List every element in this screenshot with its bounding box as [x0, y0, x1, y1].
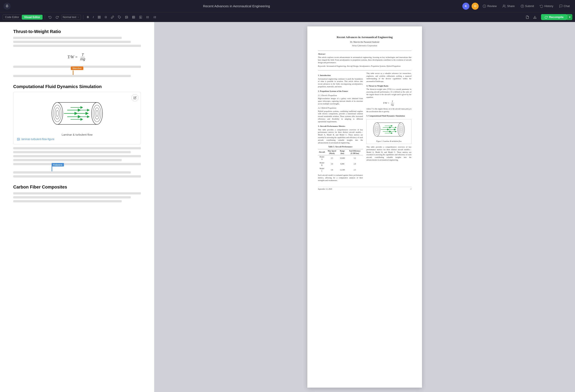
- figure-edit-button[interactable]: [131, 94, 139, 101]
- document-title: Recent Advances in Aeronautical Engineer…: [13, 4, 460, 8]
- text-line: [13, 192, 141, 195]
- bold-button[interactable]: B: [86, 15, 90, 20]
- svg-point-1: [503, 5, 504, 6]
- share-button[interactable]: Share: [501, 3, 517, 9]
- avatar-k[interactable]: K: [462, 3, 469, 10]
- svg-point-52: [400, 126, 403, 133]
- pdf-electric-head: 2.1. Electric Propulsion: [318, 94, 363, 97]
- table-row: Model A 2.5 10,000 3.2: [318, 155, 363, 161]
- text-line: [13, 45, 141, 47]
- topbar-right: K O Review Share Submit History Chat: [462, 3, 572, 10]
- special-chars-button[interactable]: [96, 15, 102, 20]
- pdf-twr-body2: where T is the engine thrust, m is the a…: [366, 108, 411, 113]
- undo-button[interactable]: [47, 15, 53, 20]
- turbine-figure: [17, 96, 137, 131]
- redo-button[interactable]: [54, 15, 60, 20]
- pdf-propulsion-head: 2. Propulsion Systems of the Future: [318, 90, 363, 93]
- svg-rect-6: [99, 17, 100, 18]
- pdf-cfd-body: This table provides a comprehensive over…: [366, 146, 411, 161]
- table-row: Model C 3.8 12,500 2.5: [318, 167, 363, 173]
- numbered-list-button[interactable]: [152, 15, 158, 20]
- table-button[interactable]: [138, 15, 144, 20]
- svg-point-53: [400, 128, 402, 131]
- kalpana-comment-tag[interactable]: Kalpana: [52, 163, 64, 167]
- text-line: [13, 37, 122, 39]
- pdf-author: Dr. Marvin the Paranoid Android: [318, 41, 411, 44]
- bullet-list-button[interactable]: [145, 15, 151, 20]
- svg-point-49: [375, 126, 378, 133]
- pdf-metrics-body2: Each aircraft model is evaluated against…: [318, 174, 363, 182]
- wernher-comment-tag[interactable]: Wernher: [71, 66, 84, 70]
- text-style-dropdown[interactable]: Normal text: [61, 15, 81, 20]
- text-line: [13, 147, 141, 149]
- text-line: [13, 196, 131, 198]
- svg-point-33: [96, 110, 98, 116]
- svg-point-17: [146, 16, 147, 16]
- svg-rect-3: [98, 16, 99, 17]
- thrust-section: Thrust-to-Weight Ratio T/W = T mg Wernhe…: [13, 29, 141, 77]
- table-row: Model B 3.0 8,000 2.8: [318, 161, 363, 167]
- pdf-equation: T/W = Tmg: [366, 100, 411, 106]
- toolbar: Code Editor Visual Editor Normal text B …: [0, 12, 575, 22]
- carbon-section: Carbon Fiber Composites: [13, 185, 141, 202]
- pdf-affiliation: Sirius Cybernetics Corporation: [318, 44, 411, 47]
- svg-point-32: [95, 108, 99, 119]
- svg-rect-4: [99, 16, 100, 17]
- omega-button[interactable]: Ω: [103, 15, 108, 20]
- pdf-keywords: Keywords: Aeronautical Engineering, Airc…: [318, 65, 411, 68]
- table-inline-button[interactable]: [131, 15, 137, 20]
- pdf-table: Aircraft Max Speed (Mach) Range (km) Fue…: [318, 149, 363, 173]
- pdf-abstract-head: Abstract: [318, 53, 411, 56]
- text-line: [13, 155, 141, 157]
- pdf-twr-head: 4. Thrust-to-Weight Ratio: [366, 85, 411, 87]
- pdf-intro-body: Aeronautical engineering continues to pu…: [318, 78, 363, 88]
- topbar: ö Recent Advances in Aeronautical Engine…: [0, 0, 575, 12]
- pdf-hybrid-body: Hybrid propulsion systems, combining tra…: [318, 110, 363, 123]
- pdf-twr-body: The thrust-to-weight ratio (T/W) is a cr…: [366, 88, 411, 99]
- download-button[interactable]: [532, 15, 538, 20]
- pdf-cfd-head: 5. Computational Fluid Dynamics Simulati…: [366, 114, 411, 117]
- toolbar-divider-1: [45, 15, 45, 19]
- pdf-intro-head: 1. Introduction: [318, 74, 363, 77]
- thrust-heading: Thrust-to-Weight Ratio: [13, 29, 141, 34]
- review-button[interactable]: Review: [481, 3, 499, 9]
- svg-point-30: [56, 110, 58, 116]
- editor-panel: Thrust-to-Weight Ratio T/W = T mg Wernhe…: [0, 22, 154, 392]
- text-line: [13, 175, 141, 177]
- text-line: [13, 151, 131, 153]
- recompile-dropdown-button[interactable]: ▾: [567, 14, 572, 20]
- file-button[interactable]: [524, 15, 530, 20]
- image-button[interactable]: [124, 15, 129, 20]
- pdf-right-cont: This table serves as a valuable referenc…: [366, 72, 411, 83]
- italic-button[interactable]: I: [92, 15, 95, 20]
- chat-button[interactable]: Chat: [557, 3, 572, 9]
- pdf-divider: [318, 51, 411, 51]
- pdf-metrics-head: 3. Aircraft Performance Metrics: [318, 125, 363, 128]
- text-line: [13, 75, 131, 77]
- visual-editor-button[interactable]: Visual Editor: [22, 15, 42, 20]
- svg-rect-5: [98, 17, 99, 18]
- history-button[interactable]: History: [538, 3, 555, 9]
- submit-button[interactable]: Submit: [519, 3, 536, 9]
- figure-box: Laminar & turbulent flow laminar-turbule…: [13, 92, 141, 145]
- link-button[interactable]: [110, 15, 115, 20]
- preview-panel: Recent Advances in Aeronautical Engineer…: [154, 22, 575, 392]
- app-logo: ö: [3, 3, 11, 10]
- figure-caption: Laminar & turbulent flow: [17, 133, 137, 136]
- pdf-electric-body: High-resolution images of a galaxy were …: [318, 97, 363, 105]
- code-editor-button[interactable]: Code Editor: [3, 15, 21, 20]
- pdf-table-caption: Table 1: Aircraft Performance: [318, 146, 363, 148]
- tag-button[interactable]: [117, 15, 122, 20]
- text-line: [13, 163, 141, 165]
- pdf-abstract-text: This article explores recent advancement…: [318, 56, 411, 64]
- text-line: [13, 171, 131, 174]
- svg-point-19: [146, 18, 147, 18]
- text-line: [13, 200, 122, 202]
- turbine-svg: [48, 99, 106, 128]
- pdf-fig-caption: Figure 1: Laminar & turbulent flow: [368, 140, 410, 142]
- equation-block: T/W = T mg: [13, 49, 141, 66]
- pdf-columns: 1. Introduction Aeronautical engineering…: [318, 72, 411, 183]
- kalpana-comment-bar: [52, 166, 52, 171]
- recompile-button[interactable]: Recompile: [541, 14, 567, 20]
- avatar-o[interactable]: O: [472, 3, 479, 10]
